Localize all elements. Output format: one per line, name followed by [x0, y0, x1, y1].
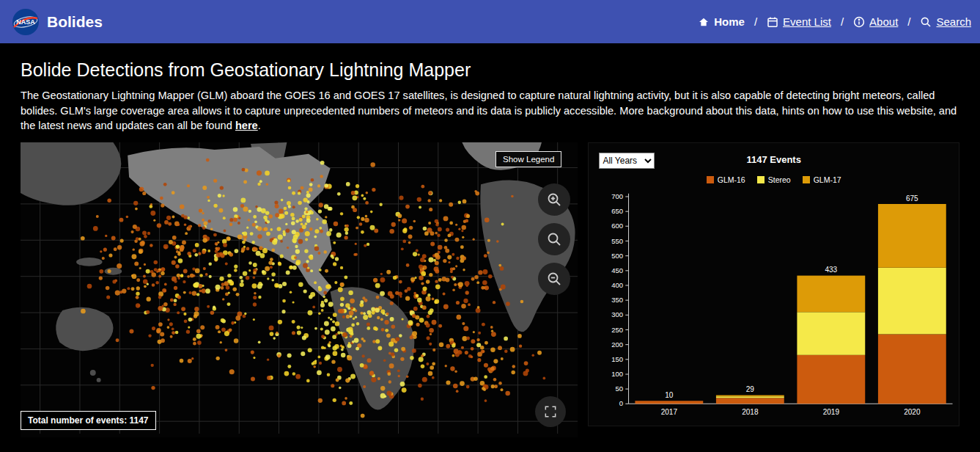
- nav-search-label: Search: [936, 15, 971, 28]
- legend-item-glm16[interactable]: GLM-16: [707, 175, 745, 184]
- svg-text:150: 150: [612, 355, 624, 363]
- events-bar-chart: 0501001502002503003504004505005506006507…: [594, 190, 959, 420]
- zoom-reset-button[interactable]: [538, 223, 570, 255]
- legend-swatch: [757, 176, 765, 183]
- zoom-out-button[interactable]: [538, 263, 570, 295]
- nav-event-list-label: Event List: [783, 15, 831, 28]
- info-icon: [853, 16, 865, 28]
- svg-text:2018: 2018: [743, 408, 759, 416]
- description-period: .: [258, 120, 261, 131]
- svg-text:700: 700: [612, 192, 624, 200]
- legend-label: Stereo: [768, 175, 791, 184]
- svg-text:100: 100: [612, 370, 624, 378]
- svg-text:400: 400: [612, 281, 624, 289]
- chart-panel: All Years 1147 Events GLM-16 Stereo GLM-…: [588, 142, 959, 426]
- nav-separator: /: [907, 15, 910, 28]
- navbar: NASA Bolides Home / Event List /: [0, 0, 980, 43]
- svg-text:500: 500: [612, 252, 624, 260]
- svg-text:50: 50: [616, 384, 624, 393]
- nav-about-label: About: [869, 15, 898, 28]
- map-panel: Show Legend: [21, 142, 578, 437]
- nav-item-search[interactable]: Search: [920, 15, 971, 28]
- calendar-icon: [767, 16, 778, 28]
- svg-text:675: 675: [906, 194, 918, 203]
- brand[interactable]: NASA Bolides: [12, 8, 103, 36]
- legend-item-stereo[interactable]: Stereo: [757, 175, 791, 184]
- svg-text:NASA: NASA: [16, 18, 35, 26]
- svg-text:200: 200: [612, 340, 624, 349]
- svg-text:0: 0: [619, 400, 623, 408]
- map-zoom-controls: [538, 183, 570, 295]
- legend-swatch: [707, 176, 714, 183]
- home-icon: [698, 16, 710, 28]
- svg-text:450: 450: [612, 266, 624, 274]
- page-description: The Geostationary Lightning Mapper (GLM)…: [21, 88, 959, 134]
- nav-item-event-list[interactable]: Event List: [767, 15, 831, 28]
- svg-text:300: 300: [612, 311, 624, 319]
- legend-label: GLM-16: [718, 175, 745, 184]
- zoom-in-icon: [546, 192, 562, 208]
- search-icon: [920, 16, 932, 28]
- legend-swatch: [803, 176, 810, 183]
- nav-home-label: Home: [714, 15, 745, 28]
- svg-text:2019: 2019: [823, 408, 840, 416]
- show-legend-button[interactable]: Show Legend: [495, 151, 561, 167]
- svg-text:29: 29: [746, 385, 755, 393]
- svg-text:433: 433: [825, 266, 838, 274]
- legend-item-glm17[interactable]: GLM-17: [803, 175, 841, 184]
- content-row: Show Legend: [21, 142, 959, 437]
- nav-item-home[interactable]: Home: [698, 15, 745, 28]
- svg-text:2020: 2020: [905, 408, 921, 416]
- svg-text:10: 10: [666, 391, 674, 399]
- main-content: Bolide Detections from Geostationary Lig…: [0, 43, 980, 452]
- legend-label: GLM-17: [814, 175, 841, 184]
- page-title: Bolide Detections from Geostationary Lig…: [21, 59, 959, 81]
- here-link[interactable]: here: [235, 120, 258, 131]
- nasa-logo: NASA: [12, 8, 40, 36]
- world-map[interactable]: [21, 142, 578, 434]
- svg-text:250: 250: [612, 326, 624, 334]
- zoom-out-icon: [546, 271, 562, 287]
- nav-separator: /: [754, 15, 757, 28]
- nav-separator: /: [841, 15, 844, 28]
- chart-legend: GLM-16 Stereo GLM-17: [589, 175, 959, 184]
- svg-text:350: 350: [612, 296, 624, 304]
- nav-links: Home / Event List / About /: [698, 15, 971, 28]
- svg-text:2017: 2017: [661, 408, 678, 416]
- zoom-in-button[interactable]: [538, 183, 570, 216]
- zoom-reset-icon: [546, 231, 562, 247]
- svg-text:600: 600: [612, 222, 624, 230]
- svg-text:650: 650: [612, 207, 624, 215]
- fullscreen-icon: [543, 404, 558, 419]
- chart-title: 1147 Events: [589, 154, 959, 165]
- svg-text:550: 550: [612, 237, 624, 245]
- brand-title: Bolides: [47, 13, 103, 31]
- nav-item-about[interactable]: About: [853, 15, 898, 28]
- total-events-label: Total number of events: 1147: [21, 411, 156, 430]
- description-text: The Geostationary Lightning Mapper (GLM)…: [21, 90, 957, 131]
